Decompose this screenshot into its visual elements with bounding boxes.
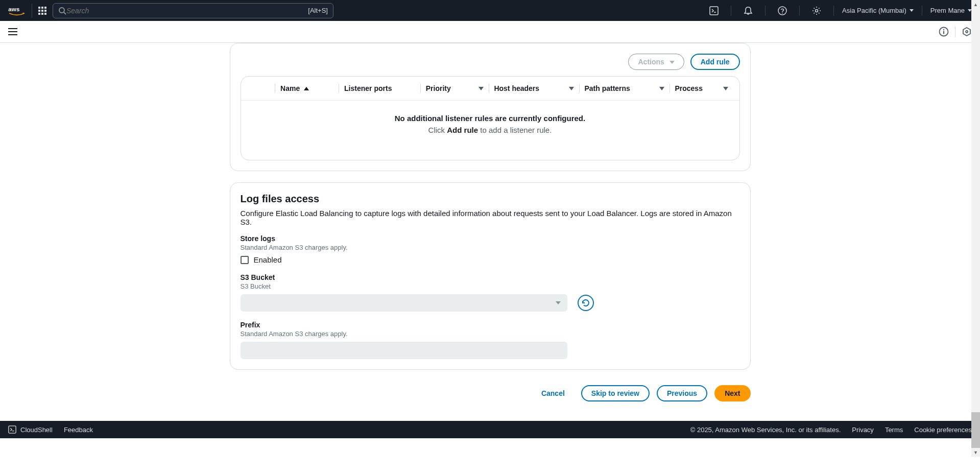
column-label: Listener ports (344, 84, 392, 92)
cloudshell-link[interactable]: CloudShell (8, 425, 53, 434)
chevron-down-icon (910, 9, 914, 12)
svg-point-5 (778, 7, 786, 15)
sort-asc-icon (304, 87, 309, 90)
column-header-host-headers[interactable]: Host headers (494, 84, 573, 93)
cloudshell-icon (8, 425, 16, 434)
info-icon[interactable] (939, 27, 949, 37)
empty-title: No additional listener rules are current… (262, 114, 718, 123)
s3-bucket-select (241, 294, 567, 312)
svg-point-9 (943, 29, 944, 30)
side-nav-toggle[interactable] (8, 28, 17, 35)
column-label: Host headers (494, 84, 539, 92)
aws-logo[interactable]: aws (8, 4, 32, 18)
scroll-track[interactable] (971, 9, 980, 438)
global-search[interactable]: [Alt+S] (53, 3, 333, 18)
scroll-up-arrow[interactable]: ▲ (971, 0, 980, 9)
actions-dropdown-button[interactable]: Actions (628, 54, 684, 70)
log-files-access-panel: Log files access Configure Elastic Load … (230, 182, 751, 370)
next-button[interactable]: Next (714, 385, 750, 401)
column-header-process[interactable]: Process (675, 84, 728, 93)
text-bold: Add rule (447, 126, 478, 134)
sort-icon (723, 87, 728, 90)
svg-point-1 (59, 8, 64, 13)
region-label: Asia Pacific (Mumbai) (842, 7, 906, 14)
s3-bucket-label: S3 Bucket (241, 273, 740, 281)
account-menu[interactable]: Prem Mane (930, 7, 972, 14)
svg-point-6 (782, 12, 783, 13)
copyright-text: © 2025, Amazon Web Services, Inc. or its… (690, 426, 841, 434)
page-scrollbar[interactable]: ▲ ▼ (971, 0, 980, 438)
prefix-label: Prefix (241, 321, 740, 329)
column-label: Process (675, 84, 702, 92)
help-icon[interactable] (774, 6, 791, 15)
enabled-checkbox[interactable] (241, 256, 249, 264)
cookie-prefs-link[interactable]: Cookie preferences (914, 426, 972, 434)
notifications-icon[interactable] (739, 6, 757, 15)
prefix-input (241, 342, 567, 359)
terms-link[interactable]: Terms (885, 426, 903, 434)
column-header-listener-ports[interactable]: Listener ports (344, 84, 415, 93)
section-title: Log files access (241, 193, 740, 205)
feedback-link[interactable]: Feedback (64, 426, 93, 434)
scroll-thumb[interactable] (971, 412, 980, 438)
listener-rules-panel: Actions Add rule Name (230, 43, 751, 171)
chevron-down-icon (556, 301, 561, 304)
listener-rules-table: Name Listener ports Priority (241, 76, 740, 160)
svg-point-7 (816, 9, 818, 12)
svg-rect-10 (943, 31, 944, 34)
cancel-button[interactable]: Cancel (532, 386, 574, 400)
column-header-priority[interactable]: Priority (426, 84, 484, 93)
column-header-path-patterns[interactable]: Path patterns (584, 84, 664, 93)
section-description: Configure Elastic Load Balancing to capt… (241, 209, 740, 226)
sort-icon (479, 87, 484, 90)
column-header-name[interactable]: Name (280, 84, 333, 93)
skip-to-review-button[interactable]: Skip to review (581, 385, 650, 401)
svg-line-2 (64, 12, 66, 14)
refresh-s3-buckets-button[interactable] (578, 295, 594, 311)
user-label: Prem Mane (930, 7, 965, 14)
column-label: Priority (426, 84, 451, 92)
s3-bucket-hint: S3 Bucket (241, 282, 740, 290)
settings-icon[interactable] (808, 6, 825, 15)
privacy-link[interactable]: Privacy (852, 426, 874, 434)
chevron-down-icon (670, 61, 675, 64)
wizard-actions: Cancel Skip to review Previous Next (230, 381, 751, 406)
sort-icon (659, 87, 664, 90)
previous-button[interactable]: Previous (657, 385, 707, 401)
svg-marker-11 (963, 28, 970, 36)
svg-text:aws: aws (8, 6, 19, 12)
table-header-row: Name Listener ports Priority (241, 77, 739, 101)
table-empty-state: No additional listener rules are current… (252, 101, 728, 160)
column-label: Path patterns (584, 84, 630, 92)
search-icon (58, 7, 66, 15)
cloudshell-icon[interactable] (705, 6, 723, 15)
store-logs-hint: Standard Amazon S3 charges apply. (241, 244, 740, 251)
column-label: Name (280, 84, 300, 92)
region-selector[interactable]: Asia Pacific (Mumbai) (842, 7, 914, 14)
store-logs-label: Store logs (241, 234, 740, 243)
security-hexagon-icon[interactable] (962, 27, 972, 37)
search-shortcut-label: [Alt+S] (308, 7, 328, 14)
cloudshell-label: CloudShell (20, 426, 53, 434)
actions-label: Actions (638, 58, 664, 66)
side-nav-toggle-bar (0, 21, 980, 43)
enabled-label: Enabled (254, 255, 282, 264)
empty-subtitle: Click Add rule to add a listener rule. (262, 126, 718, 134)
text: to add a listener rule. (478, 126, 552, 134)
services-menu-icon[interactable] (38, 7, 46, 15)
global-header: aws [Alt+S] Asia Pacific (0, 0, 980, 21)
sort-icon (569, 87, 574, 90)
add-rule-button[interactable]: Add rule (690, 54, 740, 70)
refresh-icon (581, 298, 590, 307)
svg-point-12 (966, 31, 968, 33)
text: Click (428, 126, 447, 134)
prefix-hint: Standard Amazon S3 charges apply. (241, 330, 740, 338)
global-footer: CloudShell Feedback © 2025, Amazon Web S… (0, 421, 980, 438)
search-input[interactable] (66, 7, 308, 15)
